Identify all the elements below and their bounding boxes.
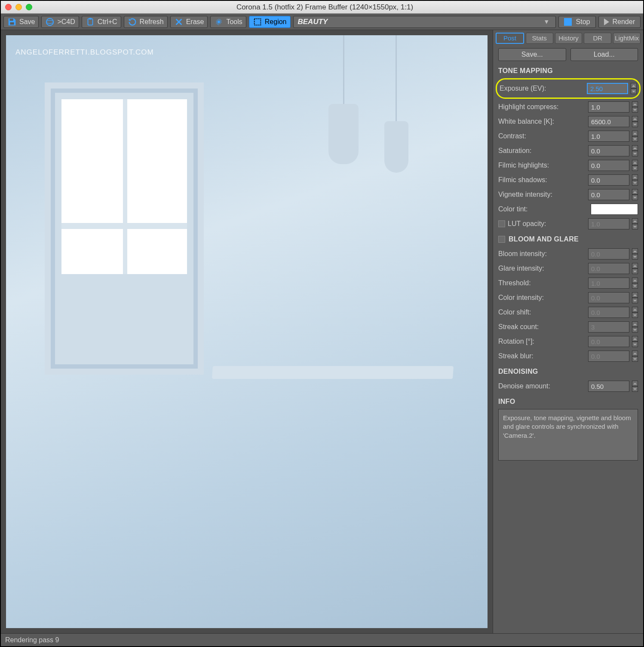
stop-label: Stop (576, 18, 590, 26)
lut-opacity-input[interactable]: 1.0 (588, 218, 629, 229)
refresh-label: Refresh (140, 18, 164, 26)
scene-lamp-cord (343, 35, 344, 105)
tab-history[interactable]: History (555, 33, 583, 44)
refresh-icon (128, 17, 137, 27)
bloom-intensity-label: Bloom intensity: (498, 250, 586, 258)
filmic-shadows-label: Filmic shadows: (498, 176, 586, 184)
erase-button[interactable]: Erase (170, 16, 208, 28)
copy-button[interactable]: Ctrl+C (82, 16, 121, 28)
saturation-label: Saturation: (498, 147, 586, 155)
color-intensity-spinner[interactable] (632, 292, 638, 303)
info-text: Exposure, tone mapping, vignette and blo… (498, 409, 638, 461)
rotation-spinner[interactable] (632, 336, 638, 347)
tab-stats[interactable]: Stats (526, 33, 553, 44)
section-bloom-glare: BLOOM AND GLARE (498, 235, 638, 243)
post-save-button[interactable]: Save... (498, 48, 566, 61)
contrast-label: Contrast: (498, 132, 586, 140)
tools-button[interactable]: Tools (210, 16, 246, 28)
glare-intensity-spinner[interactable] (632, 263, 638, 274)
vignette-spinner[interactable] (632, 189, 638, 200)
streak-blur-spinner[interactable] (632, 351, 638, 362)
region-button[interactable]: Region (249, 16, 291, 28)
filmic-highlights-spinner[interactable] (632, 160, 638, 171)
pass-select[interactable]: BEAUTY ▾ (293, 16, 556, 28)
filmic-shadows-spinner[interactable] (632, 174, 638, 186)
color-intensity-input[interactable]: 0.0 (588, 292, 629, 303)
highlight-label: Highlight compress: (498, 103, 586, 111)
svg-rect-7 (254, 18, 261, 25)
exposure-spinner[interactable] (631, 83, 637, 94)
bloom-intensity-input[interactable]: 0.0 (588, 248, 629, 259)
rotation-input[interactable]: 0.0 (588, 336, 629, 347)
region-label: Region (265, 18, 287, 26)
saturation-spinner[interactable] (632, 145, 638, 156)
post-load-button[interactable]: Load... (570, 48, 638, 61)
threshold-label: Threshold: (498, 279, 586, 287)
rotation-label: Rotation [°]: (498, 338, 586, 345)
c4d-label: >C4D (57, 18, 75, 26)
main: ANGELOFERRETTI.BLOGSPOT.COM Post Stats H… (1, 30, 643, 633)
toolbar: Save >C4D Ctrl+C Refresh Erase Tools Reg… (1, 14, 643, 30)
highlight-input[interactable]: 1.0 (588, 101, 629, 113)
highlight-spinner[interactable] (632, 101, 638, 113)
vignette-label: Vignette intensity: (498, 191, 586, 198)
exposure-input[interactable]: 2.50 (587, 83, 628, 94)
color-shift-input[interactable]: 0.0 (588, 307, 629, 318)
filmic-highlights-label: Filmic highlights: (498, 162, 586, 169)
vignette-input[interactable]: 0.0 (588, 189, 629, 200)
save-button[interactable]: Save (3, 16, 39, 28)
threshold-input[interactable]: 1.0 (588, 278, 629, 289)
svg-rect-1 (10, 22, 14, 24)
stop-button[interactable]: Stop (558, 16, 596, 28)
denoise-amount-input[interactable]: 0.50 (588, 381, 629, 392)
render-button[interactable]: Render (598, 16, 641, 28)
clipboard-icon (86, 17, 95, 27)
color-shift-spinner[interactable] (632, 307, 638, 318)
tab-post[interactable]: Post (496, 33, 524, 44)
lut-checkbox[interactable] (498, 220, 505, 227)
lut-opacity-label: LUT opacity: (498, 220, 586, 228)
glare-intensity-input[interactable]: 0.0 (588, 263, 629, 274)
scene-window (45, 82, 204, 375)
streak-blur-input[interactable]: 0.0 (588, 351, 629, 362)
tab-lightmix[interactable]: LightMix (613, 33, 641, 44)
contrast-spinner[interactable] (632, 131, 638, 142)
c4d-button[interactable]: >C4D (41, 16, 79, 28)
streak-count-input[interactable]: 3 (588, 321, 629, 333)
save-label: Save (19, 18, 35, 26)
color-tint-label: Color tint: (498, 205, 588, 213)
lut-opacity-spinner[interactable] (632, 218, 638, 229)
erase-icon (174, 17, 184, 27)
threshold-spinner[interactable] (632, 278, 638, 289)
saturation-input[interactable]: 0.0 (588, 145, 629, 156)
contrast-input[interactable]: 1.0 (588, 131, 629, 142)
section-tone-mapping: TONE MAPPING (498, 67, 638, 75)
pass-select-label: BEAUTY (298, 18, 328, 26)
denoise-amount-spinner[interactable] (632, 381, 638, 392)
glare-intensity-label: Glare intensity: (498, 265, 586, 272)
erase-label: Erase (186, 18, 204, 26)
white-balance-input[interactable]: 6500.0 (588, 116, 629, 127)
filmic-shadows-input[interactable]: 0.0 (588, 174, 629, 186)
statusbar: Rendering pass 9 (1, 633, 643, 646)
titlebar: Corona 1.5 (hotfix 2) Frame Buffer (1240… (1, 1, 643, 14)
svg-point-2 (46, 18, 54, 25)
tab-dr[interactable]: DR (584, 33, 611, 44)
scene-lamp (384, 121, 408, 173)
render-label: Render (613, 18, 635, 26)
exposure-highlight: Exposure (EV): 2.50 (496, 78, 641, 99)
save-icon (7, 17, 17, 27)
window-title: Corona 1.5 (hotfix 2) Frame Buffer (1240… (11, 3, 639, 12)
white-balance-spinner[interactable] (632, 116, 638, 127)
refresh-button[interactable]: Refresh (124, 16, 168, 28)
bloom-glare-checkbox[interactable] (498, 236, 505, 243)
status-text: Rendering pass 9 (5, 636, 59, 644)
filmic-highlights-input[interactable]: 0.0 (588, 160, 629, 171)
exposure-label: Exposure (EV): (500, 85, 584, 92)
gear-icon (214, 17, 224, 27)
bloom-intensity-spinner[interactable] (632, 248, 638, 259)
color-tint-swatch[interactable] (591, 204, 638, 215)
streak-count-spinner[interactable] (632, 321, 638, 333)
render-image[interactable]: ANGELOFERRETTI.BLOGSPOT.COM (6, 35, 488, 628)
color-shift-label: Color shift: (498, 308, 586, 316)
